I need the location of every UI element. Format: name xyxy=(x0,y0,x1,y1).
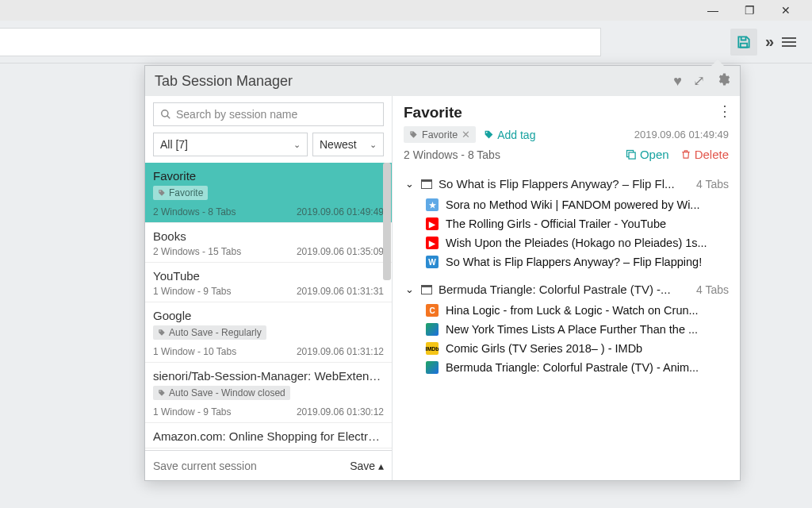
tab-title: So What is Flip Flappers Anyway? – Flip … xyxy=(446,256,729,268)
open-button[interactable]: Open xyxy=(625,148,669,161)
session-title: YouTube xyxy=(153,269,384,283)
overflow-chevron-icon[interactable]: » xyxy=(765,33,774,51)
chevron-down-icon[interactable]: ⌄ xyxy=(404,178,415,190)
detail-summary: 2 Windows - 8 Tabs xyxy=(404,148,500,161)
svg-point-6 xyxy=(411,132,412,133)
svg-point-1 xyxy=(162,110,168,117)
tab-item[interactable]: New York Times Lists A Place Further Tha… xyxy=(404,320,729,339)
session-timestamp: 2019.09.06 01:30:12 xyxy=(297,406,384,418)
tab-item[interactable]: C Hina Logic - from Luck & Logic - Watch… xyxy=(404,301,729,320)
svg-rect-0 xyxy=(741,43,747,47)
panel-title: Tab Session Manager xyxy=(155,73,293,90)
tab-item[interactable]: ★ Sora no Method Wiki | FANDOM powered b… xyxy=(404,195,729,214)
tab-title: Sora no Method Wiki | FANDOM powered by … xyxy=(446,198,729,211)
session-list: FavoriteFavorite2 Windows - 8 Tabs2019.0… xyxy=(145,163,392,450)
tab-title: Hina Logic - from Luck & Logic - Watch o… xyxy=(446,304,729,317)
svg-line-2 xyxy=(167,116,170,119)
url-bar[interactable] xyxy=(0,28,601,56)
hamburger-menu-icon[interactable] xyxy=(782,37,796,47)
window-tab-count: 4 Tabs xyxy=(696,283,729,296)
session-tag-chip: Favorite xyxy=(153,186,208,200)
session-tag-chip: Auto Save - Window closed xyxy=(153,386,290,400)
session-title: Google xyxy=(153,309,384,322)
window-icon xyxy=(421,179,432,189)
search-placeholder: Search by session name xyxy=(176,108,297,121)
heart-icon[interactable]: ♥ xyxy=(673,73,682,90)
close-button[interactable]: ✕ xyxy=(768,4,804,17)
window-group-title: So What is Flip Flappers Anyway? – Flip … xyxy=(439,177,690,190)
session-title: Favorite xyxy=(153,169,384,183)
extension-popup: Tab Session Manager ♥ ⤢ Search by sessio… xyxy=(144,65,741,481)
browser-toolbar: » xyxy=(0,21,812,64)
chevron-down-icon: ⌄ xyxy=(370,140,377,150)
session-tag-chip: Auto Save - Regularly xyxy=(153,325,266,340)
scrollbar-thumb[interactable] xyxy=(383,163,391,280)
session-meta: 1 Window - 10 Tabs xyxy=(153,346,236,357)
add-tag-button[interactable]: Add tag xyxy=(484,129,535,141)
session-meta: 1 Window - 9 Tabs xyxy=(153,406,232,418)
filter-select[interactable]: All [7]⌄ xyxy=(153,133,308,156)
session-item[interactable]: YouTube1 Window - 9 Tabs2019.09.06 01:31… xyxy=(145,263,392,302)
maximize-button[interactable]: ❐ xyxy=(731,4,768,17)
svg-point-3 xyxy=(159,190,161,192)
favicon: ▶ xyxy=(426,217,439,230)
session-meta: 2 Windows - 8 Tabs xyxy=(153,206,236,217)
session-title: Amazon.com: Online Shopping for Electro.… xyxy=(153,429,384,443)
tab-title: Comic Girls (TV Series 2018– ) - IMDb xyxy=(446,342,729,355)
gear-icon[interactable] xyxy=(716,72,730,90)
window-group-header[interactable]: ⌄ Bermuda Triangle: Colorful Pastrale (T… xyxy=(404,278,729,301)
session-timestamp: 2019.09.06 01:31:31 xyxy=(297,286,384,297)
svg-point-5 xyxy=(159,391,161,392)
tab-title: Wish Upon the Pleiades (Hokago no Pleiad… xyxy=(446,237,729,249)
tab-item[interactable]: ▶ Wish Upon the Pleiades (Hokago no Plei… xyxy=(404,233,729,252)
delete-button[interactable]: Delete xyxy=(680,148,729,161)
tab-item[interactable]: ▶ The Rolling Girls - Official Trailer -… xyxy=(404,214,729,233)
save-session-input[interactable] xyxy=(153,460,343,472)
chevron-down-icon: ⌄ xyxy=(293,140,301,150)
tab-item[interactable]: W So What is Flip Flappers Anyway? – Fli… xyxy=(404,252,729,271)
window-tab-count: 4 Tabs xyxy=(696,178,729,190)
tab-title: The Rolling Girls - Official Trailer - Y… xyxy=(446,217,729,230)
remove-tag-icon[interactable]: ✕ xyxy=(462,129,470,140)
svg-rect-9 xyxy=(629,152,635,159)
session-item[interactable]: Books2 Windows - 15 Tabs2019.09.06 01:35… xyxy=(145,223,392,263)
panel-header: Tab Session Manager ♥ ⤢ xyxy=(145,66,740,96)
session-item[interactable]: FavoriteFavorite2 Windows - 8 Tabs2019.0… xyxy=(145,163,392,223)
chevron-down-icon[interactable]: ⌄ xyxy=(404,283,415,295)
session-timestamp: 2019.09.06 01:31:12 xyxy=(297,346,384,357)
kebab-menu-icon[interactable]: ⋮ xyxy=(718,102,732,120)
session-detail-pane: Favorite ⋮ Favorite ✕ Add tag 2019.09.06… xyxy=(393,96,740,480)
tab-item[interactable]: Bermuda Triangle: Colorful Pastrale (TV)… xyxy=(404,358,729,377)
window-titlebar: — ❐ ✕ xyxy=(0,0,812,21)
svg-point-7 xyxy=(486,132,488,133)
session-list-pane: Search by session name All [7]⌄ Newest⌄ … xyxy=(145,96,393,480)
session-meta: 1 Window - 9 Tabs xyxy=(153,286,232,297)
favicon: C xyxy=(426,304,439,317)
session-title: Books xyxy=(153,229,384,243)
search-input[interactable]: Search by session name xyxy=(153,102,384,126)
favicon: W xyxy=(426,256,439,268)
minimize-button[interactable]: — xyxy=(695,4,731,17)
window-group-header[interactable]: ⌄ So What is Flip Flappers Anyway? – Fli… xyxy=(404,172,729,195)
window-groups: ⌄ So What is Flip Flappers Anyway? – Fli… xyxy=(404,172,729,383)
session-timestamp: 2019.09.06 01:35:09 xyxy=(297,246,384,257)
detail-timestamp: 2019.09.06 01:49:49 xyxy=(634,129,729,140)
session-title: sienori/Tab-Session-Manager: WebExtensi.… xyxy=(153,369,384,383)
session-item[interactable]: sienori/Tab-Session-Manager: WebExtensi.… xyxy=(145,363,392,423)
session-timestamp: 2019.09.06 01:49:49 xyxy=(297,206,384,217)
save-button[interactable]: Save ▴ xyxy=(350,460,384,472)
sort-select[interactable]: Newest⌄ xyxy=(312,133,384,156)
detail-tag-chip[interactable]: Favorite ✕ xyxy=(404,126,476,143)
favicon xyxy=(426,361,439,374)
session-meta: 2 Windows - 15 Tabs xyxy=(153,246,241,257)
favicon xyxy=(426,323,439,336)
tab-title: New York Times Lists A Place Further Tha… xyxy=(446,323,729,336)
extension-button[interactable] xyxy=(730,29,757,56)
session-item[interactable]: GoogleAuto Save - Regularly1 Window - 10… xyxy=(145,302,392,363)
tab-item[interactable]: IMDb Comic Girls (TV Series 2018– ) - IM… xyxy=(404,339,729,358)
save-session-row: Save ▴ xyxy=(145,450,392,480)
expand-icon[interactable]: ⤢ xyxy=(693,72,705,90)
session-item[interactable]: Amazon.com: Online Shopping for Electro.… xyxy=(145,423,392,448)
window-icon xyxy=(421,285,432,294)
favicon: ▶ xyxy=(426,237,439,249)
